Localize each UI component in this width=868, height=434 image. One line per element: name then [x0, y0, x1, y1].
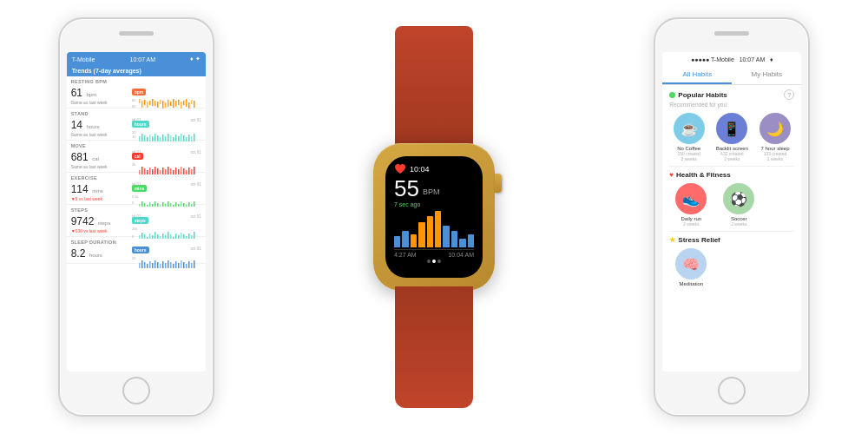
svg-rect-18 [181, 102, 182, 108]
svg-rect-118 [194, 232, 195, 239]
svg-rect-112 [178, 235, 180, 239]
habit-backlit-screen[interactable]: 📱 Backlit screen 432 created 2 weeks [713, 113, 752, 161]
svg-rect-60 [168, 167, 169, 174]
svg-rect-130 [165, 263, 167, 268]
info-button[interactable]: ? [784, 89, 794, 100]
green-dot-icon [669, 92, 675, 98]
svg-rect-44 [186, 137, 187, 141]
svg-rect-131 [168, 260, 169, 268]
watch-bar [411, 234, 417, 247]
right-phone-screen: ●●●●● T-Mobile 10:07 AM ♦ All Habits My … [662, 52, 801, 372]
watch-bpm-unit: BPM [423, 187, 440, 196]
svg-rect-140 [191, 263, 193, 268]
svg-rect-59 [165, 169, 167, 174]
metric-chart-steps: steps 20k 0 [132, 210, 201, 231]
metric-steps: STEPS 9742 steps ▼636 vs last week steps… [67, 205, 206, 237]
soccer-icon: ⚽ [730, 191, 747, 207]
backlit-screen-icon: 📱 [723, 121, 740, 137]
run-icon: 👟 [682, 191, 700, 207]
svg-text:2k: 2k [132, 162, 135, 167]
svg-rect-5 [147, 102, 148, 108]
watch-bar [459, 239, 465, 248]
watch-strap-top [395, 26, 473, 148]
watch-bar [402, 231, 408, 247]
popular-habits-title: Popular Habits [678, 91, 727, 99]
watch-bar [418, 222, 424, 247]
svg-rect-123 [147, 264, 148, 268]
svg-rect-134 [175, 261, 177, 268]
watch-bar [435, 211, 441, 247]
watch-bar [394, 236, 400, 247]
svg-rect-6 [149, 101, 151, 105]
svg-rect-73 [139, 204, 141, 207]
svg-rect-29 [147, 137, 148, 141]
svg-rect-64 [178, 169, 180, 174]
svg-rect-139 [188, 261, 190, 268]
metric-resting-bpm: RESTING BPM 61 bpm Same as last week bpm… [67, 76, 206, 108]
svg-text:60: 60 [132, 104, 136, 108]
svg-rect-101 [149, 233, 151, 239]
habits-tabs[interactable]: All Habits My Habits [662, 66, 801, 85]
svg-rect-35 [162, 135, 164, 141]
stress-relief-title: Stress Relief [678, 236, 720, 244]
svg-rect-68 [188, 168, 190, 174]
svg-rect-41 [178, 136, 180, 141]
svg-rect-51 [144, 168, 146, 174]
svg-rect-19 [183, 101, 185, 105]
popular-habits-grid: ☕ No Coffee 150 created 2 weeks 📱 Backli… [662, 110, 801, 166]
svg-rect-12 [165, 102, 167, 108]
svg-rect-137 [183, 262, 185, 268]
svg-rect-78 [152, 204, 154, 207]
svg-rect-40 [175, 135, 177, 141]
habit-no-coffee[interactable]: ☕ No Coffee 150 created 2 weeks [669, 113, 708, 161]
svg-rect-100 [147, 237, 148, 239]
watch-crown [495, 174, 502, 193]
svg-rect-8 [155, 101, 156, 106]
svg-rect-53 [149, 168, 151, 174]
svg-rect-135 [178, 263, 180, 268]
svg-rect-57 [160, 170, 161, 174]
svg-rect-93 [191, 204, 193, 207]
svg-rect-90 [183, 203, 185, 207]
svg-rect-45 [188, 135, 190, 141]
svg-rect-106 [162, 233, 164, 239]
habit-meditation[interactable]: 🧠 Meditation [669, 248, 713, 286]
right-phone: ●●●●● T-Mobile 10:07 AM ♦ All Habits My … [654, 17, 810, 417]
svg-rect-37 [168, 134, 169, 141]
habit-daily-run[interactable]: 👟 Daily run 2 weeks [669, 183, 713, 227]
habit-7-hour-sleep[interactable]: 🌙 7 hour sleep 133 created 2 weeks [756, 113, 795, 161]
svg-rect-49 [139, 170, 141, 174]
svg-rect-122 [144, 262, 146, 268]
svg-rect-47 [194, 134, 195, 141]
svg-text:20: 20 [132, 256, 136, 260]
svg-rect-56 [157, 168, 159, 174]
watch-time-start: 4:27 AM [394, 252, 417, 258]
metric-chart-move: cal 2k [132, 146, 201, 167]
svg-rect-92 [188, 202, 190, 207]
svg-rect-121 [141, 260, 143, 268]
svg-rect-11 [162, 101, 164, 108]
svg-rect-33 [157, 135, 159, 141]
svg-rect-13 [168, 100, 169, 107]
meditation-icon: 🧠 [682, 256, 700, 273]
svg-rect-113 [181, 233, 182, 239]
svg-rect-114 [183, 234, 185, 239]
metric-chart-stand: hours 20 10 [132, 114, 201, 135]
svg-rect-125 [152, 263, 154, 268]
svg-rect-2 [139, 99, 141, 103]
watch-bar [443, 226, 449, 247]
habit-soccer[interactable]: ⚽ Soccer 2 weeks [717, 183, 760, 227]
watch-bpm: 55 [394, 177, 419, 200]
watch-time-end: 10:04 AM [448, 252, 474, 258]
svg-rect-58 [162, 168, 164, 174]
watch-assembly: 10:04 55 BPM 7 sec ago [373, 143, 495, 291]
tab-my-habits[interactable]: My Habits [732, 66, 801, 84]
svg-rect-141 [194, 260, 195, 268]
svg-rect-31 [152, 136, 154, 141]
watch-time: 10:04 [410, 165, 430, 174]
tab-all-habits[interactable]: All Habits [662, 66, 732, 84]
svg-rect-46 [191, 136, 193, 141]
svg-rect-132 [170, 262, 172, 268]
svg-rect-54 [152, 169, 154, 174]
watch-bar [427, 216, 433, 247]
